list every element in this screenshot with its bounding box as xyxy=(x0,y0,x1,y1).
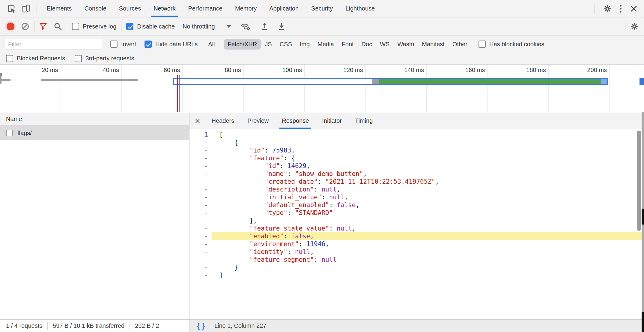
has-blocked-cookies-label[interactable]: Has blocked cookies xyxy=(489,41,544,48)
network-conditions-icon[interactable] xyxy=(240,22,251,31)
request-list-panel: Name flags/ xyxy=(0,113,189,319)
tab-application[interactable]: Application xyxy=(263,0,305,17)
filter-type-js[interactable]: JS xyxy=(261,39,276,50)
settings-gear-icon[interactable] xyxy=(601,2,614,15)
tab-memory[interactable]: Memory xyxy=(229,0,263,17)
code-line: - "enabled": false, xyxy=(189,232,644,240)
filter-type-wasm[interactable]: Wasm xyxy=(393,39,418,50)
filter-type-all[interactable]: All xyxy=(204,39,219,50)
line-gutter: - xyxy=(189,193,212,201)
token: "show_demo_button" xyxy=(295,170,363,177)
token: : xyxy=(288,209,295,216)
disable-cache-label[interactable]: Disable cache xyxy=(137,23,175,30)
token: null xyxy=(321,256,337,263)
more-options-icon[interactable] xyxy=(614,2,627,15)
filter-type-ws[interactable]: WS xyxy=(376,39,393,50)
token: ] xyxy=(219,272,223,279)
preserve-log-label[interactable]: Preserve log xyxy=(83,23,116,30)
name-column-header[interactable]: Name xyxy=(0,113,189,126)
filter-type-media[interactable]: Media xyxy=(314,39,338,50)
network-settings-gear-icon[interactable] xyxy=(630,22,639,31)
blocked-requests-label[interactable]: Blocked Requests xyxy=(17,55,65,62)
line-gutter: - xyxy=(189,162,212,170)
filter-input[interactable] xyxy=(4,39,102,50)
tab-elements[interactable]: Elements xyxy=(40,0,78,17)
token: "environment" xyxy=(249,240,299,248)
filter-type-other[interactable]: Other xyxy=(449,39,471,50)
network-overview-timeline[interactable]: 20 ms40 ms60 ms80 ms100 ms120 ms140 ms16… xyxy=(0,65,644,112)
hide-data-urls-checkbox[interactable] xyxy=(145,41,152,48)
hide-data-urls-label[interactable]: Hide data URLs xyxy=(155,41,198,48)
tab-performance[interactable]: Performance xyxy=(182,0,229,17)
token: , xyxy=(337,186,341,193)
timeline-gridline xyxy=(182,65,183,112)
filter-type-doc[interactable]: Doc xyxy=(358,39,376,50)
tab-network[interactable]: Network xyxy=(147,0,182,17)
device-toolbar-icon[interactable] xyxy=(20,2,33,15)
timeline-gridline xyxy=(365,65,366,112)
search-icon[interactable] xyxy=(54,22,62,31)
filter-type-manifest[interactable]: Manifest xyxy=(418,39,449,50)
detail-tab-initiator[interactable]: Initiator xyxy=(315,113,348,129)
invert-label[interactable]: Invert xyxy=(121,41,136,48)
inspect-element-icon[interactable] xyxy=(5,2,18,15)
line-gutter: - xyxy=(189,170,212,178)
detail-tab-headers[interactable]: Headers xyxy=(205,113,241,129)
filter-type-font[interactable]: Font xyxy=(338,39,358,50)
tab-console[interactable]: Console xyxy=(78,0,112,17)
tab-lighthouse[interactable]: Lighthouse xyxy=(339,0,381,17)
code-line: - "description": null, xyxy=(189,186,644,193)
code-text: "type": "STANDARD" xyxy=(212,209,644,217)
invert-checkbox[interactable] xyxy=(110,41,118,48)
code-text: "name": "show_demo_button", xyxy=(212,170,644,178)
disable-cache-checkbox[interactable] xyxy=(126,23,133,30)
pretty-print-icon[interactable]: {} xyxy=(196,322,207,330)
third-party-requests-label[interactable]: 3rd-party requests xyxy=(85,55,134,62)
tab-security[interactable]: Security xyxy=(305,0,339,17)
overview-selected-request-bar xyxy=(173,78,608,85)
has-blocked-cookies-checkbox[interactable] xyxy=(479,41,486,48)
token: "id" xyxy=(249,147,265,154)
detail-tab-timing[interactable]: Timing xyxy=(348,113,379,129)
clear-network-log-icon[interactable] xyxy=(21,22,29,31)
close-detail-icon[interactable]: × xyxy=(195,116,200,125)
indent xyxy=(219,240,249,248)
preserve-log-checkbox[interactable] xyxy=(72,23,79,30)
throttling-select[interactable]: No throttling xyxy=(183,23,231,30)
code-line: - "feature_segment": null xyxy=(189,256,644,264)
token: "default_enabled" xyxy=(265,201,329,209)
import-har-icon[interactable] xyxy=(261,22,269,31)
request-checkbox[interactable] xyxy=(6,130,13,136)
detail-tab-preview[interactable]: Preview xyxy=(241,113,275,129)
response-body-viewer[interactable]: 1[- {- "id": 75983,- "feature": {- "id":… xyxy=(189,129,644,319)
token: , xyxy=(291,147,295,154)
timeline-tick-label: 80 ms xyxy=(196,67,241,74)
token: , xyxy=(356,201,359,209)
indent xyxy=(219,217,249,224)
token: { xyxy=(234,139,238,146)
bar-segment-white xyxy=(174,79,372,84)
code-line: - { xyxy=(189,139,644,146)
close-devtools-icon[interactable] xyxy=(627,2,640,15)
export-har-icon[interactable] xyxy=(278,22,285,31)
filter-type-img[interactable]: Img xyxy=(296,39,314,50)
filter-toggle-icon[interactable] xyxy=(39,23,47,30)
vertical-scrollbar[interactable] xyxy=(637,131,641,231)
filter-type-css[interactable]: CSS xyxy=(276,39,296,50)
filter-type-fetch-xhr[interactable]: Fetch/XHR xyxy=(224,39,261,50)
detail-tab-response[interactable]: Response xyxy=(275,113,315,129)
request-row[interactable]: flags/ xyxy=(0,126,189,140)
token: : xyxy=(284,233,291,240)
record-network-log-button[interactable] xyxy=(7,23,14,30)
code-text: "id": 14629, xyxy=(212,162,644,170)
third-party-requests-checkbox[interactable] xyxy=(75,55,82,62)
divider xyxy=(595,4,595,14)
timeline-gridline xyxy=(121,65,122,112)
divider xyxy=(256,21,256,32)
code-text: ] xyxy=(212,271,644,279)
blocked-requests-checkbox[interactable] xyxy=(6,55,13,62)
options-bar: Blocked Requests 3rd-party requests xyxy=(0,53,644,65)
tab-sources[interactable]: Sources xyxy=(113,0,147,17)
event-line-dcl xyxy=(179,75,180,112)
timeline-tick-label: 140 ms xyxy=(379,67,424,74)
